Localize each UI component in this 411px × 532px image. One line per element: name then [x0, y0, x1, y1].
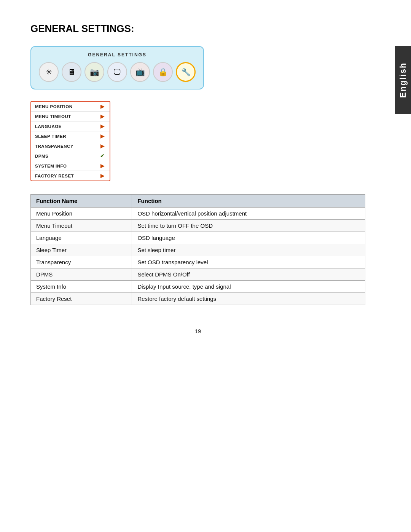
- menu-item-label: FACTORY RESET: [35, 174, 74, 178]
- table-row: Factory ResetRestore factory default set…: [31, 293, 365, 305]
- page-title: GENERAL SETTINGS:: [30, 23, 365, 35]
- menu-item[interactable]: SLEEP TIMER▶: [31, 131, 110, 141]
- table-row: DPMSSelect DPMS On/Off: [31, 268, 365, 281]
- table-header-function: Function: [132, 195, 365, 208]
- star-icon[interactable]: ✳: [39, 62, 59, 82]
- menu-item-label: SYSTEM INFO: [35, 164, 67, 168]
- arrow-right-icon: ▶: [100, 113, 105, 119]
- table-cell-name: DPMS: [31, 268, 132, 281]
- table-cell-description: OSD horizontal/vertical position adjustm…: [132, 208, 365, 220]
- menu-item[interactable]: DPMS✔: [31, 151, 110, 161]
- table-cell-description: Select DPMS On/Off: [132, 268, 365, 281]
- menu-item[interactable]: SYSTEM INFO▶: [31, 161, 110, 171]
- wrench-icon[interactable]: 🔧: [176, 62, 196, 82]
- table-row: LanguageOSD language: [31, 232, 365, 244]
- table-row: System InfoDisplay Input source, type an…: [31, 281, 365, 293]
- arrow-right-icon: ▶: [100, 133, 105, 139]
- checkmark-icon: ✔: [100, 153, 105, 159]
- menu-item[interactable]: TRANSPARENCY▶: [31, 141, 110, 151]
- table-cell-description: Set OSD transparency level: [132, 256, 365, 268]
- menu-item-label: MENU POSITION: [35, 104, 73, 109]
- menu-item[interactable]: LANGUAGE▶: [31, 121, 110, 131]
- table-cell-name: Transparency: [31, 256, 132, 268]
- menu-item[interactable]: FACTORY RESET▶: [31, 171, 110, 181]
- table-cell-name: Menu Timeout: [31, 220, 132, 232]
- lock-icon[interactable]: 🔒: [153, 62, 173, 82]
- table-cell-name: Menu Position: [31, 208, 132, 220]
- tv-icon[interactable]: 📺: [130, 62, 150, 82]
- menu-item-label: SLEEP TIMER: [35, 134, 66, 139]
- table-header-name: Function Name: [31, 195, 132, 208]
- language-tab: English: [395, 46, 411, 114]
- screen-icon[interactable]: 🖵: [107, 62, 127, 82]
- table-cell-description: OSD language: [132, 232, 365, 244]
- menu-item-label: DPMS: [35, 154, 48, 158]
- menu-item-label: TRANSPARENCY: [35, 144, 73, 149]
- function-table: Function Name Function Menu PositionOSD …: [30, 194, 365, 305]
- table-cell-description: Restore factory default settings: [132, 293, 365, 305]
- menu-item-label: LANGUAGE: [35, 124, 62, 129]
- menu-item[interactable]: MENU TIMEOUT▶: [31, 112, 110, 121]
- table-cell-description: Set time to turn OFF the OSD: [132, 220, 365, 232]
- osd-panel: GENERAL SETTINGS ✳🖥📷🖵📺🔒🔧: [30, 46, 204, 89]
- arrow-right-icon: ▶: [100, 123, 105, 129]
- arrow-right-icon: ▶: [100, 163, 105, 169]
- table-cell-name: Language: [31, 232, 132, 244]
- table-row: Menu TimeoutSet time to turn OFF the OSD: [31, 220, 365, 232]
- table-cell-description: Set sleep timer: [132, 244, 365, 256]
- menu-panel: MENU POSITION▶MENU TIMEOUT▶LANGUAGE▶SLEE…: [30, 101, 110, 181]
- arrow-right-icon: ▶: [100, 104, 105, 109]
- table-row: TransparencySet OSD transparency level: [31, 256, 365, 268]
- table-cell-name: Factory Reset: [31, 293, 132, 305]
- table-row: Menu PositionOSD horizontal/vertical pos…: [31, 208, 365, 220]
- menu-item[interactable]: MENU POSITION▶: [31, 102, 110, 112]
- menu-item-label: MENU TIMEOUT: [35, 114, 71, 119]
- table-cell-description: Display Input source, type and signal: [132, 281, 365, 293]
- table-cell-name: Sleep Timer: [31, 244, 132, 256]
- osd-icons-row: ✳🖥📷🖵📺🔒🔧: [39, 62, 196, 82]
- page-number: 19: [30, 328, 365, 334]
- camera-icon[interactable]: 📷: [84, 62, 104, 82]
- table-cell-name: System Info: [31, 281, 132, 293]
- arrow-right-icon: ▶: [100, 173, 105, 179]
- osd-panel-title: GENERAL SETTINGS: [39, 52, 196, 58]
- table-row: Sleep TimerSet sleep timer: [31, 244, 365, 256]
- monitor-icon[interactable]: 🖥: [62, 62, 81, 82]
- arrow-right-icon: ▶: [100, 143, 105, 149]
